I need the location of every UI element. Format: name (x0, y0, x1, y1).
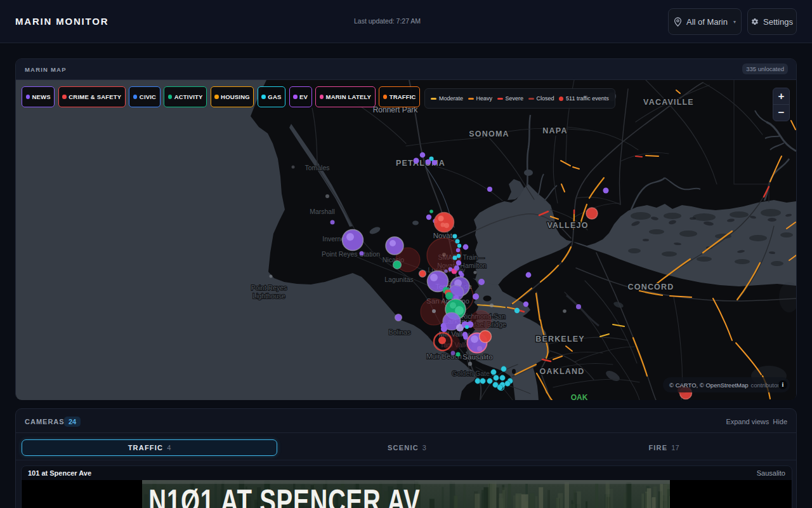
svg-text:NAPA: NAPA (542, 126, 567, 135)
svg-text:Point Reyes Station: Point Reyes Station (322, 250, 380, 258)
svg-text:Sausalito: Sausalito (462, 353, 492, 361)
svg-text:VACAVILLE: VACAVILLE (643, 98, 694, 107)
svg-text:SONOMA: SONOMA (469, 130, 509, 138)
svg-text:N1Ø1 AT SPENCER AV: N1Ø1 AT SPENCER AV (148, 483, 420, 508)
svg-text:Tomales: Tomales (304, 164, 329, 171)
svg-text:OAK: OAK (571, 393, 588, 400)
svg-text:PETALUMA: PETALUMA (396, 159, 445, 168)
svg-text:Lagunitas: Lagunitas (384, 276, 414, 283)
svg-text:Marshall: Marshall (310, 208, 335, 215)
svg-text:OAKLAND: OAKLAND (540, 367, 585, 376)
svg-text:BERKELEY: BERKELEY (535, 335, 585, 344)
svg-text:CONCORD: CONCORD (628, 283, 674, 291)
svg-text:Golden Gate B: Golden Gate B (452, 370, 495, 377)
svg-text:Lighthouse: Lighthouse (252, 292, 285, 300)
svg-text:VALLEJO: VALLEJO (547, 221, 588, 230)
svg-text:Point Reyes: Point Reyes (251, 284, 287, 291)
svg-text:Bolinas: Bolinas (389, 328, 410, 336)
